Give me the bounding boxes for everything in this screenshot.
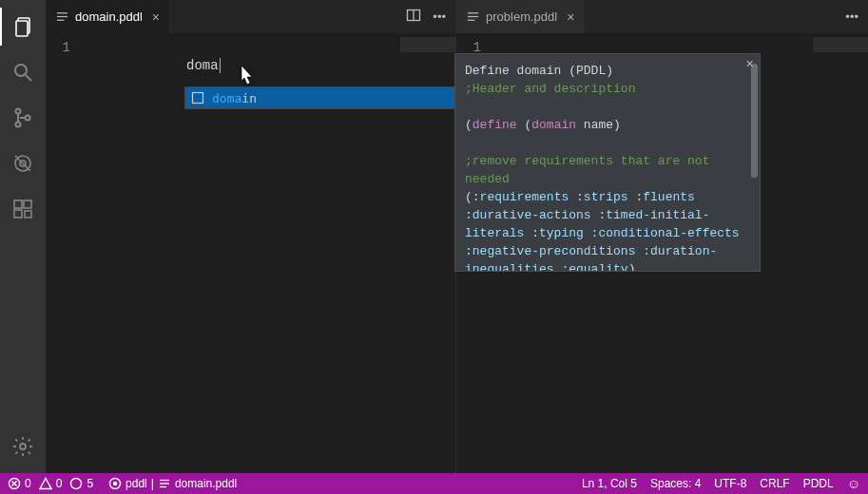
status-cursor[interactable]: Ln 1, Col 5 [582,477,637,490]
status-infos[interactable]: 5 [69,477,93,490]
more-icon[interactable]: ••• [845,10,858,24]
line-number: 1 [46,39,70,57]
svg-point-5 [16,123,21,127]
editor-body-left[interactable]: 1 doma domain [46,33,455,473]
extensions-icon[interactable] [0,190,46,228]
status-bar: 0 0 5 pddl | domain.pddl Ln 1, Col 5 Spa… [0,473,868,494]
typed-text: doma [186,58,219,73]
more-icon[interactable]: ••• [433,10,446,24]
doc-title: Define domain (PDDL) [465,62,750,80]
svg-point-2 [15,65,27,76]
close-icon[interactable]: × [152,10,160,25]
minimap-viewport[interactable] [400,37,455,52]
search-icon[interactable] [0,53,46,91]
tab-bar-right: problem.pddl × ••• [456,0,868,33]
tab-bar-left: domain.pddl × ••• [46,0,455,33]
gutter: 1 [46,33,87,57]
tab-domain[interactable]: domain.pddl × [46,0,170,33]
status-errors[interactable]: 0 [8,477,31,490]
status-encoding[interactable]: UTF-8 [714,477,746,490]
status-indent[interactable]: Spaces: 4 [650,477,701,490]
file-icon [55,10,69,24]
svg-rect-20 [193,93,203,104]
minimap-viewport[interactable] [813,37,868,52]
status-language-hint[interactable]: pddl | domain.pddl [108,477,237,490]
tab-label: problem.pddl [486,10,557,24]
svg-point-14 [20,444,26,449]
tab-problem[interactable]: problem.pddl × [456,0,585,33]
svg-rect-10 [14,200,22,208]
tab-label: domain.pddl [75,10,143,24]
split-editor-icon[interactable] [406,8,421,26]
text-cursor [220,58,221,73]
feedback-icon[interactable]: ☺ [847,476,860,491]
status-language[interactable]: PDDL [803,477,834,490]
code-line[interactable]: doma [106,39,221,93]
svg-rect-1 [16,21,28,36]
file-icon [466,10,480,24]
source-control-icon[interactable] [0,99,46,137]
scrollbar-thumb[interactable] [751,64,758,178]
svg-rect-11 [24,200,31,208]
activity-bar [0,0,46,473]
svg-rect-13 [25,211,31,218]
close-icon[interactable]: × [567,10,574,25]
status-warnings[interactable]: 0 [39,477,63,490]
svg-point-6 [26,116,30,121]
suggest-docs: × Define domain (PDDL) ;Header and descr… [454,53,761,272]
doc-line: ;remove requirements that are not needed [465,152,750,188]
doc-line: ;Header and description [465,80,750,98]
doc-line: (define (domain name) [465,116,750,134]
svg-point-27 [71,479,82,489]
file-icon [158,477,171,490]
svg-line-3 [26,75,31,81]
status-eol[interactable]: CRLF [760,477,789,490]
doc-line: (:requirements :strips :fluents :durativ… [465,188,750,272]
suggest-label: domain [212,91,257,105]
svg-rect-12 [14,210,22,218]
svg-point-29 [114,483,117,485]
gear-icon[interactable] [0,428,46,466]
explorer-icon[interactable] [0,8,46,46]
snippet-icon [191,91,204,104]
svg-point-4 [16,109,21,114]
debug-icon[interactable] [0,144,46,182]
suggest-widget[interactable]: domain [184,86,498,109]
editor-pane-left: domain.pddl × ••• 1 doma [46,0,456,473]
suggest-item[interactable]: domain [185,87,497,108]
